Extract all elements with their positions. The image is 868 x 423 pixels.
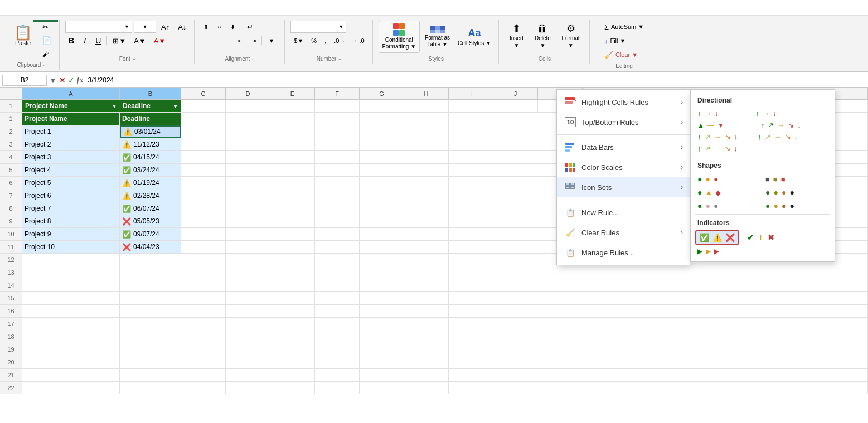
align-center-button[interactable]: ≡ [212,35,222,47]
icon-sets-row-shape5[interactable]: ● ● ● [695,200,762,212]
cf-manage-rules[interactable]: 📋 Manage Rules... [557,242,690,262]
cell-I10[interactable] [449,228,493,240]
fill-button[interactable]: ↓ Fill ▼ [601,35,647,47]
expand-name-box-icon[interactable]: ▼ [49,76,57,85]
cell-H18[interactable] [404,330,449,343]
font-name-selector[interactable]: ▼ [65,21,132,33]
clipboard-expand-icon[interactable]: ⌄ [42,62,46,67]
cell-B15[interactable] [120,292,181,304]
cell-J15[interactable] [493,292,868,304]
dropdown-arrow-B1[interactable]: ▼ [173,103,178,109]
cell-D17[interactable] [226,318,270,330]
merge-center-button[interactable]: ▼ [264,35,278,47]
cell-H11[interactable] [404,241,449,253]
cell-B1[interactable]: Deadline ▼ [120,100,181,112]
cell-A2[interactable]: Project 1 [22,125,120,138]
cell-C1[interactable] [181,113,226,125]
cell-H7[interactable] [404,189,449,202]
cell-H21[interactable] [404,369,449,381]
cell-H8[interactable] [404,202,449,215]
cell-A7[interactable]: Project 6 [22,189,120,202]
align-middle-button[interactable]: ↔ [213,21,226,33]
autosum-button[interactable]: Σ AutoSum ▼ [601,21,647,33]
cell-A22[interactable] [22,382,120,394]
cell-F11[interactable] [315,241,360,253]
cell-A6[interactable]: Project 5 [22,177,120,189]
insert-cells-button[interactable]: ⬆ Insert▼ [505,21,528,51]
cell-H3[interactable] [404,138,449,150]
cell-I21[interactable] [449,369,493,381]
format-painter-button[interactable]: 🖌 [39,47,55,60]
cell-H9[interactable] [404,215,449,227]
cell-A5[interactable]: Project 4 [22,164,120,176]
menu-developer[interactable] [94,6,105,10]
cell-F20[interactable] [315,356,360,368]
cell-D16[interactable] [226,305,270,317]
cell-A17[interactable] [22,318,120,330]
cell-C16[interactable] [181,305,226,317]
dropdown-arrow-A1[interactable]: ▼ [111,103,117,109]
cell-G12[interactable] [360,254,404,266]
cell-H6[interactable] [404,177,449,189]
cell-F15[interactable] [315,292,360,304]
cell-G17[interactable] [360,318,404,330]
align-top-button[interactable]: ⬆ [200,21,212,33]
cell-H16[interactable] [404,305,449,317]
cell-E22[interactable] [270,382,315,394]
cell-C5[interactable] [181,164,226,176]
cell-C19[interactable] [181,343,226,356]
icon-sets-row-ind1[interactable]: ✅ ⚠️ ❌ [695,230,739,245]
cell-A1[interactable]: Project Name [22,113,120,125]
cell-A18[interactable] [22,330,120,343]
cell-B11[interactable]: ❌04/04/23 [120,241,181,253]
fill-color-button[interactable]: A▼ [130,35,149,47]
cell-G21[interactable] [360,369,404,381]
cell-I3[interactable] [449,138,493,150]
cell-G13[interactable] [360,266,404,279]
cell-F22[interactable] [315,382,360,394]
cell-I9[interactable] [449,215,493,227]
cell-A10[interactable]: Project 9 [22,228,120,240]
decrease-font-size-button[interactable]: A↓ [174,21,190,33]
cell-B20[interactable] [120,356,181,368]
cell-I1[interactable] [449,113,493,125]
cell-G16[interactable] [360,305,404,317]
cell-B17[interactable] [120,318,181,330]
cell-B22[interactable] [120,382,181,394]
cell-H20[interactable] [404,356,449,368]
col-header-F[interactable]: F [315,88,360,99]
cell-E16[interactable] [270,305,315,317]
cell-H22[interactable] [404,382,449,394]
cell-I17[interactable] [449,318,493,330]
cell-F14[interactable] [315,279,360,291]
cell-E13[interactable] [270,266,315,279]
icon-sets-row-ind1b[interactable]: ✔ ! ✖ [744,231,778,244]
cell-F19[interactable] [315,343,360,356]
cell-C15[interactable] [181,292,226,304]
menu-home[interactable] [16,6,27,10]
col-header-G[interactable]: G [360,88,404,99]
cell-E1[interactable] [270,113,315,125]
cell-F9[interactable] [315,215,360,227]
cell-F2[interactable] [315,125,360,138]
format-cells-button[interactable]: ⚙ Format▼ [557,21,585,51]
cell-A20[interactable] [22,356,120,368]
col-header-C[interactable]: C [181,88,226,99]
cell-G1[interactable] [360,100,404,112]
cell-H10[interactable] [404,228,449,240]
col-header-B[interactable]: B [120,88,181,99]
cell-B3[interactable]: ⚠️11/12/23 [120,138,181,150]
cell-G8[interactable] [360,202,404,215]
icon-sets-row-shape6[interactable]: ● ● ● ● [763,200,830,212]
align-bottom-button[interactable]: ⬇ [227,21,239,33]
cell-G15[interactable] [360,292,404,304]
cell-I1[interactable] [449,100,493,112]
cell-C9[interactable] [181,215,226,227]
cf-new-rule[interactable]: 📋 New Rule... [557,202,690,222]
icon-sets-row-ind2[interactable]: ▶ ▶ ▶ [695,246,830,257]
cell-F21[interactable] [315,369,360,381]
cell-E5[interactable] [270,164,315,176]
cell-I19[interactable] [449,343,493,356]
col-header-I[interactable]: I [449,88,493,99]
cell-F3[interactable] [315,138,360,150]
